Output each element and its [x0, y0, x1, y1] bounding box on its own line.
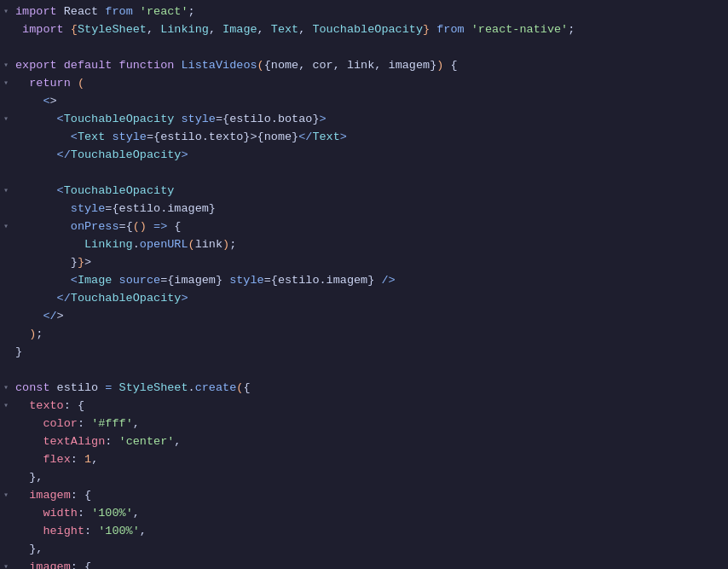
- token-plain: ={: [119, 220, 133, 233]
- token-kw2: from: [105, 5, 132, 18]
- fold-arrow: [3, 344, 15, 345]
- fold-arrow[interactable]: [3, 218, 15, 234]
- token-kw2: from: [436, 23, 464, 36]
- fold-arrow: [3, 254, 15, 256]
- token-plain: [15, 274, 71, 287]
- code-line: width: '100%',: [0, 505, 728, 523]
- line-content: imagem: {: [15, 559, 728, 569]
- token-tag: </: [43, 310, 56, 322]
- token-tag: <: [71, 274, 78, 287]
- code-line: Linking.openURL(link);: [0, 236, 728, 254]
- fold-arrow: [3, 165, 15, 166]
- token-tag: </: [57, 292, 71, 305]
- token-plain: }: [15, 345, 22, 358]
- line-content: const estilo = StyleSheet.create({: [15, 380, 728, 398]
- code-line: [0, 165, 728, 183]
- token-paren: (: [188, 238, 195, 251]
- token-tag: />: [381, 274, 395, 287]
- token-plain: [15, 489, 29, 502]
- fold-arrow[interactable]: [3, 75, 15, 90]
- fold-arrow[interactable]: [3, 487, 15, 502]
- token-plain: ,: [133, 417, 140, 430]
- token-plain: estilo: [50, 381, 106, 394]
- fold-arrow[interactable]: [3, 380, 15, 395]
- token-tag: >: [181, 148, 188, 161]
- token-method: create: [195, 381, 237, 394]
- line-content: </TouchableOpacity>: [15, 290, 728, 308]
- token-tag: >: [320, 113, 326, 125]
- token-paren: }: [78, 256, 84, 269]
- token-plain: {: [443, 59, 457, 72]
- token-plain: {: [167, 220, 181, 233]
- token-plain: [15, 113, 57, 125]
- token-plain: .: [133, 238, 140, 251]
- token-tag: >: [181, 292, 188, 305]
- token-import-mod: TouchableOpacity: [312, 23, 423, 36]
- token-fn: ListaVideos: [181, 59, 257, 72]
- line-content: <TouchableOpacity style={estilo.botao}>: [15, 111, 728, 129]
- code-line: <TouchableOpacity style={estilo.botao}>: [0, 111, 728, 129]
- token-plain: ,: [298, 23, 312, 36]
- token-tag: <: [71, 131, 78, 143]
- fold-arrow: [3, 362, 15, 363]
- line-content: import {StyleSheet, Linking, Image, Text…: [15, 21, 728, 39]
- token-paren: (: [78, 77, 84, 90]
- token-plain: ,: [174, 435, 181, 448]
- token-paren: {: [71, 23, 78, 36]
- token-component: TouchableOpacity: [71, 292, 182, 305]
- code-line: export default function ListaVideos({nom…: [0, 57, 728, 75]
- token-plain: [15, 560, 29, 569]
- token-kw: default: [64, 59, 113, 72]
- token-plain: [112, 381, 118, 394]
- token-plain: [15, 417, 43, 430]
- code-line: </>: [0, 308, 728, 326]
- token-plain: [15, 310, 43, 322]
- fold-arrow: [3, 308, 15, 310]
- fold-arrow: [3, 326, 15, 328]
- fold-arrow[interactable]: [3, 398, 15, 413]
- token-plain: [112, 59, 118, 72]
- line-content: width: '100%',: [15, 505, 728, 523]
- fold-arrow: [3, 272, 15, 274]
- fold-arrow[interactable]: [3, 111, 15, 126]
- line-content: export default function ListaVideos({nom…: [15, 57, 728, 75]
- fold-arrow[interactable]: [3, 57, 15, 73]
- line-content: );: [15, 326, 728, 344]
- token-plain: },: [15, 543, 43, 555]
- token-style-val: '100%': [91, 507, 133, 520]
- token-plain: ,: [140, 525, 147, 537]
- token-plain: ;: [188, 5, 195, 18]
- token-attr: source: [119, 274, 161, 287]
- token-plain: [15, 131, 71, 143]
- token-plain: ;: [568, 23, 575, 36]
- token-str: 'react-native': [471, 23, 568, 36]
- line-content: </>: [15, 308, 728, 326]
- code-line: <>: [0, 93, 728, 111]
- token-paren: (: [257, 59, 264, 72]
- token-plain: [15, 435, 43, 448]
- token-component: Text: [312, 131, 339, 143]
- fold-arrow[interactable]: [3, 559, 15, 569]
- token-kw: return: [29, 77, 71, 90]
- token-paren: (): [133, 220, 147, 233]
- token-plain: {: [243, 381, 250, 394]
- code-line: import React from 'react';: [0, 3, 728, 21]
- fold-arrow: [3, 415, 15, 417]
- token-kw: function: [119, 59, 175, 72]
- token-attr: style: [71, 202, 106, 215]
- token-component: TouchableOpacity: [64, 184, 175, 197]
- token-plain: : {: [71, 560, 91, 569]
- fold-arrow[interactable]: [3, 183, 15, 198]
- token-style-val: '100%': [98, 525, 140, 537]
- token-plain: [71, 77, 78, 90]
- token-plain: [15, 202, 71, 215]
- code-line: [0, 362, 728, 380]
- token-import-mod: Text: [271, 23, 298, 36]
- token-prop: width: [43, 507, 78, 520]
- token-plain: [15, 399, 29, 412]
- token-plain: [15, 453, 43, 466]
- line-content: color: '#fff',: [15, 415, 728, 433]
- token-plain: .: [188, 381, 195, 394]
- fold-arrow[interactable]: [3, 3, 15, 19]
- line-content: <Image source={imagem} style={estilo.ima…: [15, 272, 728, 290]
